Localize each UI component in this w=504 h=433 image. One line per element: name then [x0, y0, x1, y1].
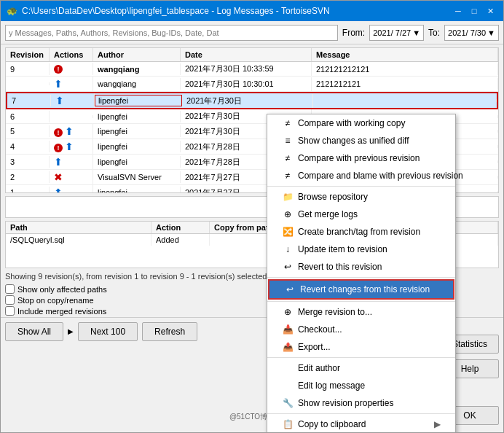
arrow-icon: ⬆	[65, 141, 74, 152]
menu-item-update-item[interactable]: ↓ Update item to revision	[267, 241, 455, 258]
from-date-value: 2021/ 7/27	[373, 28, 411, 37]
update-item-icon: ↓	[282, 243, 294, 255]
arrow-icon: ⬆	[54, 187, 63, 193]
from-date-picker[interactable]: 2021/ 7/27 ▼	[369, 25, 424, 41]
menu-item-edit-log[interactable]: Edit log message	[267, 377, 455, 394]
main-window: 🐢 C:\Users\DataDev\Desktop\lipengfei_tab…	[0, 0, 504, 433]
refresh-button[interactable]: Refresh	[142, 322, 197, 341]
menu-item-show-unified[interactable]: ≡ Show changes as unified diff	[267, 132, 455, 149]
cell-actions: ✖	[50, 170, 93, 184]
checkbox-merged[interactable]	[5, 306, 15, 316]
cell-revision: 1	[6, 187, 50, 193]
separator-5	[267, 413, 455, 414]
cell-actions: ! ⬆	[50, 124, 93, 139]
show-all-button[interactable]: Show All	[5, 322, 63, 341]
path-cell-path: /SQLQueryl.sql	[6, 234, 151, 246]
cell-actions: ⬆	[50, 155, 93, 169]
menu-item-get-merge[interactable]: ⊕ Get merge logs	[267, 206, 455, 223]
menu-label-create-branch: Create branch/tag from revision	[298, 227, 420, 237]
show-unified-icon: ≡	[282, 135, 294, 147]
menu-label-export: Export...	[298, 342, 331, 352]
browse-repo-icon: 📁	[282, 191, 294, 203]
to-label: To:	[428, 28, 440, 38]
menu-item-copy-clipboard[interactable]: 📋 Copy to clipboard ▶	[267, 416, 455, 432]
table-row[interactable]: 7 ⬆ lipengfei 2021年7月30日	[6, 92, 498, 109]
header-revision: Revision	[6, 48, 50, 61]
checkout-icon: 📥	[282, 324, 294, 335]
cell-author: lipengfei	[93, 111, 181, 122]
maximize-button[interactable]: □	[467, 5, 481, 17]
header-actions: Actions	[50, 48, 93, 61]
submenu-arrow-icon: ▶	[434, 419, 441, 429]
cell-author: lipengfei	[95, 95, 182, 106]
menu-label-merge-to: Merge revision to...	[298, 307, 372, 317]
table-row[interactable]: 9 ! wangqiang 2021年7月30日 10:33:59 212121…	[6, 62, 498, 77]
arrow-icon: ⬆	[65, 125, 74, 137]
menu-item-browse-repo[interactable]: 📁 Browse repository	[267, 188, 455, 206]
cell-actions: !	[50, 63, 93, 75]
cell-author: lipengfei	[93, 156, 181, 168]
menu-label-get-merge: Get merge logs	[298, 209, 358, 219]
search-input[interactable]	[5, 25, 338, 41]
cell-revision: 7	[7, 95, 51, 106]
cell-author: wangqiang	[93, 63, 181, 75]
table-row[interactable]: ⬆ wangqiang 2021年7月30日 10:30:01 21212121…	[6, 77, 498, 92]
warning-icon: !	[54, 65, 63, 74]
copy-clipboard-icon: 📋	[282, 418, 294, 430]
menu-label-show-unified: Show changes as unified diff	[298, 136, 409, 146]
menu-label-copy-clipboard: Copy to clipboard	[298, 419, 366, 429]
cell-revision	[6, 82, 50, 85]
to-date-dropdown-icon[interactable]: ▼	[487, 28, 495, 37]
cell-message: 2121212121	[312, 78, 498, 90]
close-button[interactable]: ✕	[483, 5, 497, 17]
compare-blame-icon: ≠	[282, 170, 294, 182]
minimize-button[interactable]: ─	[451, 5, 465, 17]
header-author: Author	[93, 48, 181, 61]
menu-item-compare-blame[interactable]: ≠ Compare and blame with previous revisi…	[267, 167, 455, 184]
menu-label-revert-this: Revert to this revision	[298, 262, 382, 272]
menu-item-revert-changes[interactable]: ↩ Revert changes from this revision	[268, 279, 454, 300]
header-message: Message	[312, 48, 498, 61]
cell-author: wangqiang	[93, 78, 181, 90]
edit-log-icon	[282, 380, 294, 391]
from-date-dropdown-icon[interactable]: ▼	[412, 28, 420, 37]
menu-item-compare-working[interactable]: ≠ Compare with working copy	[267, 114, 455, 132]
checkbox-affected[interactable]	[5, 284, 15, 294]
menu-item-compare-prev[interactable]: ≠ Compare with previous revision	[267, 149, 455, 167]
menu-item-show-props[interactable]: 🔧 Show revision properties	[267, 394, 455, 412]
menu-item-merge-to[interactable]: ⊕ Merge revision to...	[267, 303, 455, 321]
checkbox-affected-label: Show only affected paths	[17, 285, 107, 294]
to-date-picker[interactable]: 2021/ 7/30 ▼	[444, 25, 499, 41]
cell-message: 212121212121	[312, 63, 498, 75]
cell-author: lipengfei	[93, 125, 181, 137]
next-100-button[interactable]: Next 100	[78, 322, 138, 341]
revert-this-icon: ↩	[282, 261, 294, 273]
cross-icon: ✖	[54, 171, 63, 183]
checkbox-copy[interactable]	[5, 295, 15, 305]
cell-author: VisualSVN Server	[93, 171, 181, 183]
cell-revision: 5	[6, 125, 50, 137]
menu-item-create-branch[interactable]: 🔀 Create branch/tag from revision	[267, 223, 455, 241]
menu-item-revert-this[interactable]: ↩ Revert to this revision	[267, 258, 455, 276]
path-header-action: Action	[151, 222, 210, 233]
cell-revision: 6	[6, 111, 50, 122]
next-arrow-icon: ▶	[68, 327, 74, 335]
menu-item-export[interactable]: 📤 Export...	[267, 338, 455, 356]
revert-changes-icon: ↩	[284, 284, 296, 295]
path-header-path: Path	[6, 222, 151, 233]
compare-prev-icon: ≠	[282, 152, 294, 164]
menu-item-checkout[interactable]: 📥 Checkout...	[267, 321, 455, 338]
merge-to-icon: ⊕	[282, 306, 294, 318]
menu-label-edit-author: Edit author	[298, 363, 340, 373]
menu-item-edit-author[interactable]: Edit author	[267, 359, 455, 377]
separator-3	[267, 301, 455, 302]
to-date-value: 2021/ 7/30	[448, 28, 486, 37]
menu-label-checkout: Checkout...	[298, 324, 342, 335]
separator-1	[267, 186, 455, 187]
app-icon: 🐢	[7, 6, 17, 16]
cell-message	[313, 99, 497, 102]
create-branch-icon: 🔀	[282, 226, 294, 238]
cell-actions: ! ⬆	[50, 139, 93, 154]
arrow-icon: ⬆	[54, 78, 63, 90]
cell-revision: 2	[6, 171, 50, 183]
